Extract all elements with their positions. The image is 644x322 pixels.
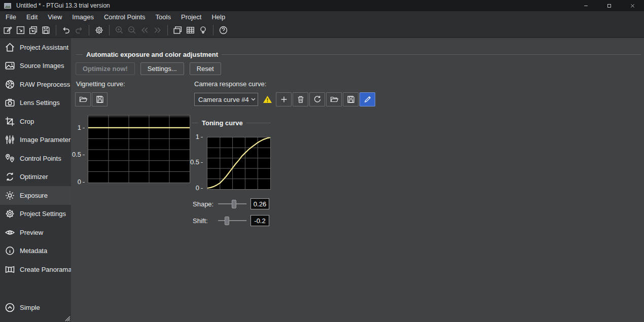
action-row: Optimize now! Settings... Reset <box>76 62 221 75</box>
sidebar-item-label: Image Parameters <box>20 136 74 144</box>
delete-curve-button[interactable] <box>293 92 308 106</box>
shape-label: Shape: <box>193 200 218 208</box>
shift-slider-handle[interactable] <box>225 217 229 225</box>
toning-header: Toning curve <box>192 119 271 127</box>
previous-image-button[interactable] <box>138 24 151 37</box>
vignetting-open-button[interactable] <box>75 92 91 106</box>
save-curve-button[interactable] <box>343 92 359 106</box>
camera-response-curve-label: Camera response curve: <box>194 80 266 88</box>
sidebar-item-image-parameters[interactable]: Image Parameters <box>0 131 71 150</box>
header-rule <box>246 123 271 123</box>
zoom-out-button[interactable] <box>126 24 138 37</box>
reset-button[interactable]: Reset <box>190 62 221 75</box>
vignetting-curve-plot <box>88 116 190 183</box>
next-image-button[interactable] <box>151 24 164 37</box>
sidebar-item-raw-preprocess[interactable]: RAW Preprocess <box>0 75 71 94</box>
shape-slider[interactable] <box>218 199 246 209</box>
zoom-out-icon <box>127 25 137 35</box>
sidebar-item-label: Optimizer <box>20 173 48 181</box>
title-bar: Untitled * - PTGui 13.3 trial version <box>0 0 644 11</box>
shift-slider-row: Shift: <box>193 215 269 226</box>
redo-button[interactable] <box>73 24 85 37</box>
sidebar-item-label: Project Settings <box>20 210 66 218</box>
menu-view[interactable]: View <box>43 12 67 22</box>
zoom-in-button[interactable] <box>113 24 126 37</box>
home-icon <box>5 42 15 53</box>
save-project-button[interactable] <box>40 24 52 37</box>
shape-slider-row: Shape: <box>193 198 269 209</box>
vignetting-y-tick: 1 <box>71 124 85 131</box>
edit-curve-button[interactable] <box>360 92 375 106</box>
close-icon <box>630 3 635 9</box>
sidebar-item-label: Lens Settings <box>20 99 60 106</box>
sidebar-item-optimizer[interactable]: Optimizer <box>0 168 71 187</box>
map-pins-icon <box>5 153 15 164</box>
sidebar-item-preview[interactable]: Preview <box>0 223 71 242</box>
minimize-button[interactable] <box>574 0 597 11</box>
sidebar-item-label: Exposure <box>20 192 48 199</box>
sidebar-item-metadata[interactable]: Metadata <box>0 242 71 261</box>
sidebar-item-label: RAW Preprocess <box>20 81 70 88</box>
warning-triangle-icon <box>263 95 272 104</box>
maximize-button[interactable] <box>597 0 621 11</box>
menu-images[interactable]: Images <box>67 12 99 22</box>
optimize-now-button[interactable]: Optimize now! <box>76 62 135 75</box>
shift-label: Shift: <box>193 217 218 225</box>
sidebar-item-project-assistant[interactable]: Project Assistant <box>0 38 71 57</box>
undo-button[interactable] <box>60 24 73 37</box>
sidebar-item-label: Simple <box>20 304 40 311</box>
sidebar-item-create-panorama[interactable]: Create Panorama <box>0 260 71 279</box>
menu-file[interactable]: File <box>1 12 21 22</box>
new-project-button[interactable] <box>2 24 14 37</box>
settings-button[interactable]: Settings... <box>140 62 184 75</box>
shape-slider-handle[interactable] <box>232 200 236 208</box>
lightbulb-button[interactable] <box>197 24 209 37</box>
sidebar-item-simple[interactable]: Simple <box>0 299 71 317</box>
apply-template-button[interactable] <box>27 24 40 37</box>
sidebar-item-label: Preview <box>20 229 43 236</box>
reset-curve-button[interactable] <box>309 92 325 106</box>
sidebar-item-source-images[interactable]: Source Images <box>0 57 71 76</box>
open-project-button[interactable] <box>14 24 27 37</box>
crop-icon <box>5 116 15 127</box>
menu-project[interactable]: Project <box>176 12 206 22</box>
header-rule <box>76 54 83 55</box>
sidebar-item-exposure[interactable]: Exposure <box>0 186 71 205</box>
vignetting-y-tick: 0 <box>71 178 85 186</box>
redo-icon <box>74 25 84 35</box>
apply-template-icon <box>28 25 38 35</box>
minimize-icon <box>583 3 589 9</box>
sidebar-item-crop[interactable]: Crop <box>0 112 71 131</box>
shift-slider[interactable] <box>218 216 246 226</box>
menu-help[interactable]: Help <box>206 12 230 22</box>
shift-slider-track[interactable] <box>218 220 246 221</box>
help-button[interactable] <box>217 24 230 37</box>
panorama-editor-button[interactable] <box>171 24 184 37</box>
open-folder-icon <box>330 95 339 104</box>
add-curve-button[interactable] <box>276 92 292 106</box>
shape-value-input[interactable] <box>251 198 269 209</box>
menu-tools[interactable]: Tools <box>151 12 176 22</box>
detail-viewer-button[interactable] <box>184 24 197 37</box>
menu-edit[interactable]: Edit <box>21 12 43 22</box>
options-button[interactable] <box>93 24 105 37</box>
exposure-panel: Automatic exposure and color adjustment … <box>71 38 644 322</box>
help-icon <box>219 25 228 35</box>
sidebar-item-lens-settings[interactable]: Lens Settings <box>0 94 71 113</box>
camera-curve-dropdown[interactable]: Camera curve #4 <box>194 93 258 106</box>
camera-curve-buttons <box>276 92 375 106</box>
close-button[interactable] <box>621 0 644 11</box>
chevron-up-circle-icon <box>5 302 15 313</box>
info-icon <box>5 245 15 256</box>
sliders-icon <box>5 134 15 145</box>
window-controls <box>574 0 644 11</box>
sidebar-item-project-settings[interactable]: Project Settings <box>0 205 71 224</box>
vignetting-save-button[interactable] <box>92 92 108 106</box>
edit-pencil-icon <box>363 95 372 104</box>
menu-control-points[interactable]: Control Points <box>99 12 151 22</box>
shift-value-input[interactable] <box>251 215 269 226</box>
sidebar-item-control-points[interactable]: Control Points <box>0 149 71 168</box>
camera-icon <box>5 97 15 108</box>
open-curve-button[interactable] <box>326 92 342 106</box>
sidebar-resize-grip[interactable] <box>64 315 70 321</box>
